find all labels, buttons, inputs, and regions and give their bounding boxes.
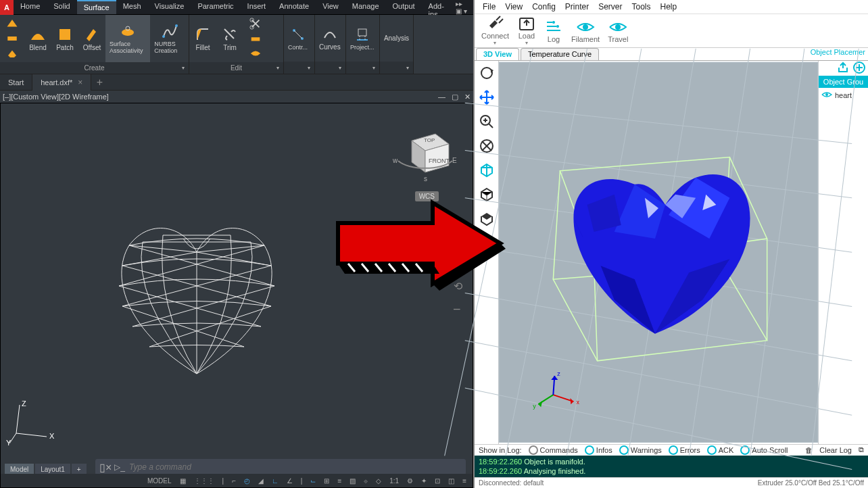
add-tab-button[interactable]: + — [91, 76, 107, 89]
menu-solid[interactable]: Solid — [47, 0, 76, 14]
menu-tools[interactable]: Tools — [632, 2, 651, 11]
zoom-tool[interactable] — [477, 112, 496, 131]
menu-manage[interactable]: Manage — [345, 0, 386, 14]
fillet-button[interactable]: Fillet — [189, 15, 216, 62]
chevron-down-icon[interactable]: ▾ — [525, 40, 528, 46]
annotation-icon[interactable]: ✦ — [419, 477, 429, 485]
menu-surface[interactable]: Surface — [77, 0, 116, 14]
menu-visualize[interactable]: Visualize — [148, 0, 191, 14]
add-object-button[interactable] — [853, 62, 865, 75]
wcs-label[interactable]: WCS — [415, 191, 439, 201]
ortho-icon[interactable]: ⌐ — [230, 477, 238, 485]
workspace-icon[interactable]: ⊡ — [433, 477, 442, 485]
chevron-down-icon[interactable]: ▾ — [406, 65, 409, 71]
minimize-icon[interactable]: — — [438, 93, 445, 101]
chevron-down-icon[interactable]: ▾ — [308, 65, 310, 71]
scale-label[interactable]: 1:1 — [387, 477, 401, 485]
lineweight-icon[interactable]: ≡ — [335, 477, 343, 485]
fit-tool[interactable] — [477, 137, 496, 155]
chevron-down-icon[interactable]: ▾ — [339, 65, 341, 71]
cmd-close-icon[interactable]: ▯× — [99, 461, 112, 474]
maximize-icon[interactable]: ▢ — [452, 93, 458, 101]
chevron-down-icon[interactable]: ▾ — [276, 65, 279, 71]
transparency-icon[interactable]: ▨ — [347, 477, 358, 485]
curves-button[interactable]: Curves — [315, 15, 345, 62]
snap-icon[interactable]: ⋮⋮⋮ — [192, 477, 216, 485]
travel-button[interactable]: Travel — [608, 19, 628, 43]
rotate-tool[interactable] — [477, 64, 496, 82]
tab-3dview[interactable]: 3D View — [476, 48, 519, 60]
filter-errors[interactable]: Errors — [669, 445, 700, 455]
dynucs-icon[interactable]: ⌙ — [308, 477, 318, 485]
grid-icon[interactable]: ▦ — [178, 477, 188, 485]
gear-icon[interactable]: ⚙ — [405, 477, 415, 485]
orbit-icon[interactable]: ⟲ — [454, 280, 468, 293]
menu-addins[interactable]: Add-ins — [422, 0, 452, 14]
units-icon[interactable]: ◫ — [446, 477, 456, 485]
extrude-button[interactable] — [1, 46, 23, 61]
chevron-down-icon[interactable]: ▾ — [493, 40, 496, 46]
command-input[interactable] — [129, 462, 462, 472]
log-button[interactable]: Log — [544, 19, 563, 43]
menu-server[interactable]: Server — [598, 2, 622, 11]
control-vertices-button[interactable]: Contr... — [284, 15, 312, 62]
otrack-icon[interactable]: ∠ — [285, 477, 295, 485]
offset-button[interactable]: Offset — [78, 15, 105, 62]
project-button[interactable]: Project... — [346, 15, 379, 62]
sweep-button[interactable] — [1, 31, 23, 46]
top-tool[interactable] — [477, 210, 496, 228]
menu-overflow-icon[interactable]: ▸▸ ▣ ▾ — [452, 0, 473, 14]
isodraft-icon[interactable]: ◢ — [256, 477, 266, 485]
status-model[interactable]: MODEL — [145, 477, 174, 485]
command-line[interactable]: ▯× ▷_ — [95, 459, 466, 475]
iso-tool[interactable] — [477, 161, 496, 180]
menu-view[interactable]: View — [505, 2, 523, 11]
menu-view[interactable]: View — [316, 0, 345, 14]
dyninput-icon[interactable]: ⊞ — [322, 477, 331, 485]
connect-button[interactable]: Connect ▾ — [481, 16, 509, 46]
extend-button[interactable] — [245, 31, 266, 46]
pan-icon[interactable]: ✥ — [454, 243, 468, 256]
menu-output[interactable]: Output — [386, 0, 422, 14]
trim-button[interactable]: Trim — [216, 15, 243, 62]
filter-commands[interactable]: Commands — [529, 445, 578, 455]
nav-more-icon[interactable]: ⎯ — [454, 298, 468, 310]
filter-ack[interactable]: ACK — [707, 445, 734, 455]
move-tool[interactable] — [477, 88, 496, 107]
app-logo-icon[interactable]: A — [0, 0, 14, 15]
cut-button[interactable] — [245, 16, 266, 31]
slicer-3d-view[interactable]: x y z — [499, 61, 818, 443]
viewport-label[interactable]: [–][Custom View][2D Wireframe] — [3, 93, 109, 101]
close-icon[interactable]: ✕ — [464, 93, 471, 101]
file-tab-heart[interactable]: heart.dxf*× — [32, 74, 91, 91]
customize-icon[interactable]: ≡ — [460, 477, 468, 485]
steering-wheel-icon[interactable]: ◎ — [454, 225, 468, 238]
3dosnap-icon[interactable]: ◇ — [374, 477, 383, 485]
chevron-down-icon[interactable]: ▾ — [372, 65, 375, 71]
object-item-heart[interactable]: heart — [819, 88, 868, 103]
blend-button[interactable]: Blend — [24, 15, 51, 62]
ucs-axes[interactable]: X Y Z — [6, 399, 60, 447]
analysis-button[interactable]: Analysis — [380, 15, 413, 62]
menu-config[interactable]: Config — [532, 2, 556, 11]
loft-button[interactable] — [1, 16, 23, 31]
load-button[interactable]: Load ▾ — [517, 16, 536, 46]
nurbs-creation-button[interactable]: NURBS Creation — [150, 15, 189, 62]
menu-mesh[interactable]: Mesh — [116, 0, 148, 14]
menu-home[interactable]: Home — [14, 0, 47, 14]
cycling-icon[interactable]: ⟐ — [362, 477, 370, 485]
zoom-icon[interactable]: ⊕ — [454, 262, 468, 274]
menu-parametric[interactable]: Parametric — [191, 0, 240, 14]
viewcube[interactable]: TOP FRONT w E s — [385, 124, 459, 198]
chevron-down-icon[interactable]: ▾ — [182, 65, 185, 71]
file-tab-start[interactable]: Start — [0, 74, 32, 91]
copy-icon[interactable]: ⧉ — [859, 445, 864, 454]
patch-button[interactable]: Patch — [51, 15, 78, 62]
filament-button[interactable]: Filament — [571, 19, 600, 43]
export-icon[interactable] — [837, 62, 849, 75]
eye-icon[interactable] — [821, 91, 832, 100]
menu-insert[interactable]: Insert — [241, 0, 273, 14]
surface-associativity-button[interactable]: Surface Associativity — [105, 15, 150, 62]
menu-printer[interactable]: Printer — [565, 2, 589, 11]
clear-log-button[interactable]: Clear Log — [819, 446, 852, 454]
